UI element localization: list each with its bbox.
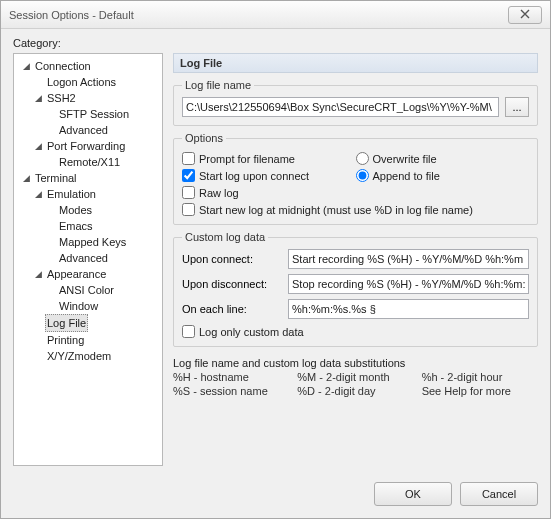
collapse-icon: ◢	[34, 270, 43, 279]
log-file-name-group: Log file name ...	[173, 79, 538, 126]
tree-logon-actions[interactable]: Logon Actions	[32, 74, 160, 90]
tree-emulation[interactable]: ◢Emulation Modes Emacs Mapped Keys Advan…	[32, 186, 160, 266]
sub-month: %M - 2-digit month	[297, 371, 413, 383]
options-label: Options	[182, 132, 226, 144]
close-button[interactable]	[508, 6, 542, 24]
tree-remote-x11[interactable]: Remote/X11	[44, 154, 160, 170]
tree-ansi-color[interactable]: ANSI Color	[44, 282, 160, 298]
session-options-dialog: Session Options - Default Category: ◢Con…	[0, 0, 551, 519]
cancel-button[interactable]: Cancel	[460, 482, 538, 506]
log-only-custom-data-checkbox[interactable]: Log only custom data	[182, 325, 529, 338]
sub-session: %S - session name	[173, 385, 289, 397]
upon-connect-label: Upon connect:	[182, 253, 282, 265]
tree-connection[interactable]: ◢Connection Logon Actions ◢SSH2 SFTP Ses…	[20, 58, 160, 170]
tree-mapped-keys[interactable]: Mapped Keys	[44, 234, 160, 250]
log-file-name-input[interactable]	[182, 97, 499, 117]
tree-sftp-session[interactable]: SFTP Session	[44, 106, 160, 122]
browse-button[interactable]: ...	[505, 97, 529, 117]
window-title: Session Options - Default	[9, 9, 508, 21]
tree-appearance[interactable]: ◢Appearance ANSI Color Window	[32, 266, 160, 314]
sub-seehelp: See Help for more	[422, 385, 538, 397]
ok-button[interactable]: OK	[374, 482, 452, 506]
prompt-for-filename-checkbox[interactable]: Prompt for filename	[182, 152, 356, 165]
tree-modes[interactable]: Modes	[44, 202, 160, 218]
sub-day: %D - 2-digit day	[297, 385, 413, 397]
collapse-icon: ◢	[22, 174, 31, 183]
append-to-file-radio[interactable]: Append to file	[356, 169, 530, 182]
titlebar: Session Options - Default	[1, 1, 550, 29]
tree-xyzmodem[interactable]: X/Y/Zmodem	[32, 348, 160, 364]
collapse-icon: ◢	[34, 142, 43, 151]
tree-ssh2[interactable]: ◢SSH2 SFTP Session Advanced	[32, 90, 160, 138]
on-each-line-label: On each line:	[182, 303, 282, 315]
raw-log-checkbox[interactable]: Raw log	[182, 186, 529, 199]
tree-emacs[interactable]: Emacs	[44, 218, 160, 234]
tree-ssh2-advanced[interactable]: Advanced	[44, 122, 160, 138]
tree-window[interactable]: Window	[44, 298, 160, 314]
upon-disconnect-label: Upon disconnect:	[182, 278, 282, 290]
substitutions-help: Log file name and custom log data substi…	[173, 357, 538, 397]
on-each-line-input[interactable]	[288, 299, 529, 319]
main-panel: Log File Log file name ... Options Promp…	[173, 53, 538, 466]
options-group: Options Prompt for filename Overwrite fi…	[173, 132, 538, 225]
upon-connect-input[interactable]	[288, 249, 529, 269]
tree-terminal[interactable]: ◢Terminal ◢Emulation Modes Emacs Mapped …	[20, 170, 160, 364]
tree-emu-advanced[interactable]: Advanced	[44, 250, 160, 266]
upon-disconnect-input[interactable]	[288, 274, 529, 294]
collapse-icon: ◢	[22, 62, 31, 71]
start-log-upon-connect-checkbox[interactable]: Start log upon connect	[182, 169, 356, 182]
tree-printing[interactable]: Printing	[32, 332, 160, 348]
page-title: Log File	[173, 53, 538, 73]
close-icon	[519, 9, 531, 21]
start-new-log-midnight-checkbox[interactable]: Start new log at midnight (must use %D i…	[182, 203, 529, 216]
dialog-footer: OK Cancel	[374, 482, 538, 506]
log-file-name-label: Log file name	[182, 79, 254, 91]
substitutions-title: Log file name and custom log data substi…	[173, 357, 538, 369]
overwrite-file-radio[interactable]: Overwrite file	[356, 152, 530, 165]
tree-log-file[interactable]: Log File	[32, 314, 160, 332]
custom-log-data-group: Custom log data Upon connect: Upon disco…	[173, 231, 538, 347]
sub-hostname: %H - hostname	[173, 371, 289, 383]
sub-hour: %h - 2-digit hour	[422, 371, 538, 383]
category-label: Category:	[13, 37, 538, 49]
custom-log-data-label: Custom log data	[182, 231, 268, 243]
tree-port-forwarding[interactable]: ◢Port Forwarding Remote/X11	[32, 138, 160, 170]
category-tree[interactable]: ◢Connection Logon Actions ◢SSH2 SFTP Ses…	[13, 53, 163, 466]
collapse-icon: ◢	[34, 94, 43, 103]
collapse-icon: ◢	[34, 190, 43, 199]
